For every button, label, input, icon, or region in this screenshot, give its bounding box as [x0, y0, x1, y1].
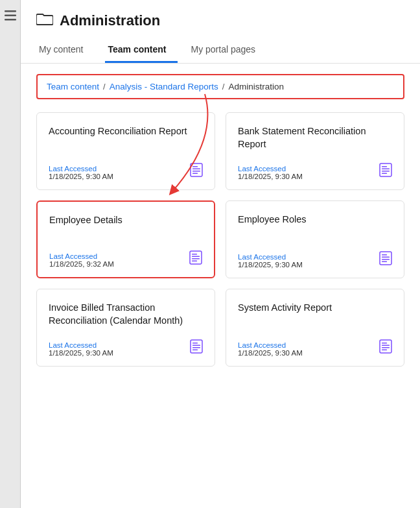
svg-rect-6 [192, 171, 200, 172]
svg-rect-21 [382, 259, 390, 260]
svg-rect-22 [382, 261, 387, 263]
report-icon [190, 163, 203, 180]
svg-rect-11 [382, 171, 390, 172]
last-accessed-label: Last Accessed [238, 165, 303, 173]
card-employee-roles[interactable]: Employee Roles Last Accessed 1/18/2025, … [226, 200, 404, 278]
svg-rect-9 [382, 166, 387, 167]
report-icon [379, 339, 392, 357]
svg-rect-15 [192, 256, 200, 258]
tab-team-content[interactable]: Team content [105, 39, 178, 63]
card-invoice-billed[interactable]: Invoice Billed Transaction Reconciliatio… [36, 289, 215, 367]
breadcrumb-team-content[interactable]: Team content [47, 82, 99, 91]
tabs: My content Team content My portal pages [36, 39, 404, 63]
last-accessed-date: 1/18/2025, 9:30 AM [49, 173, 113, 180]
report-icon [189, 250, 202, 268]
report-icon [379, 251, 392, 269]
card-last-accessed: Last Accessed 1/18/2025, 9:30 AM [49, 165, 113, 180]
card-title: Accounting Reconciliation Report [49, 125, 203, 154]
card-system-activity[interactable]: System Activity Report Last Accessed 1/1… [226, 289, 404, 367]
svg-rect-10 [382, 169, 390, 170]
breadcrumb-sep-2: / [222, 82, 225, 91]
svg-rect-18 [380, 252, 391, 265]
svg-rect-8 [380, 163, 391, 176]
last-accessed-label: Last Accessed [238, 253, 303, 261]
svg-rect-28 [380, 340, 391, 353]
last-accessed-label: Last Accessed [49, 341, 113, 349]
svg-rect-16 [192, 258, 200, 260]
card-title: Invoice Billed Transaction Reconciliatio… [49, 301, 203, 330]
svg-rect-2 [5, 19, 16, 21]
last-accessed-date: 1/18/2025, 9:30 AM [238, 349, 303, 357]
content-area: Team content / Analysis - Standard Repor… [21, 64, 420, 508]
svg-rect-20 [382, 257, 390, 258]
cards-grid: Accounting Reconciliation Report Last Ac… [36, 112, 404, 367]
main-content: Administration My content Team content M… [21, 0, 420, 508]
svg-rect-3 [191, 163, 202, 176]
svg-rect-5 [192, 169, 200, 170]
card-footer: Last Accessed 1/18/2025, 9:30 AM [238, 251, 392, 269]
last-accessed-label: Last Accessed [49, 165, 113, 173]
card-last-accessed: Last Accessed 1/18/2025, 9:30 AM [49, 341, 113, 357]
breadcrumb-administration: Administration [228, 82, 284, 91]
card-last-accessed: Last Accessed 1/18/2025, 9:30 AM [238, 253, 303, 269]
svg-rect-19 [382, 254, 387, 256]
card-footer: Last Accessed 1/18/2025, 9:30 AM [238, 163, 392, 180]
card-last-accessed: Last Accessed 1/18/2025, 9:30 AM [238, 165, 303, 180]
card-last-accessed: Last Accessed 1/18/2025, 9:32 AM [49, 252, 114, 268]
card-accounting-reconciliation[interactable]: Accounting Reconciliation Report Last Ac… [36, 112, 215, 190]
svg-rect-24 [192, 343, 198, 344]
svg-rect-0 [5, 10, 16, 12]
card-title: System Activity Report [238, 301, 392, 330]
header: Administration My content Team content M… [21, 0, 420, 64]
last-accessed-date: 1/18/2025, 9:32 AM [49, 260, 114, 268]
card-last-accessed: Last Accessed 1/18/2025, 9:30 AM [238, 341, 303, 357]
svg-rect-32 [382, 350, 387, 351]
card-title: Employee Roles [238, 213, 392, 242]
card-footer: Last Accessed 1/18/2025, 9:30 AM [238, 339, 392, 357]
breadcrumb-analysis-reports[interactable]: Analysis - Standard Reports [110, 82, 218, 91]
svg-rect-23 [191, 340, 202, 353]
card-employee-details[interactable]: Employee Details Last Accessed 1/18/2025… [36, 200, 215, 278]
svg-rect-26 [192, 347, 200, 348]
page-title-row: Administration [36, 12, 404, 30]
report-icon [190, 339, 203, 357]
svg-rect-7 [192, 173, 198, 175]
last-accessed-date: 1/18/2025, 9:30 AM [238, 173, 303, 180]
card-bank-statement[interactable]: Bank Statement Reconciliation Report Las… [226, 112, 404, 190]
last-accessed-label: Last Accessed [49, 252, 114, 260]
breadcrumb-sep-1: / [103, 82, 106, 91]
svg-rect-31 [382, 347, 390, 348]
tab-my-portal-pages[interactable]: My portal pages [188, 39, 267, 63]
svg-rect-29 [382, 343, 387, 344]
svg-rect-4 [192, 166, 198, 167]
card-footer: Last Accessed 1/18/2025, 9:30 AM [49, 163, 203, 180]
folder-icon [36, 12, 53, 30]
page-title: Administration [60, 12, 160, 29]
svg-rect-30 [382, 345, 390, 346]
svg-rect-27 [192, 350, 198, 351]
card-footer: Last Accessed 1/18/2025, 9:30 AM [49, 339, 203, 357]
card-footer: Last Accessed 1/18/2025, 9:32 AM [49, 250, 202, 268]
last-accessed-date: 1/18/2025, 9:30 AM [238, 261, 303, 269]
card-title: Employee Details [49, 213, 202, 241]
svg-rect-12 [382, 173, 387, 175]
svg-rect-13 [190, 251, 202, 264]
sidebar-menu-icon[interactable] [5, 10, 16, 22]
svg-rect-14 [192, 254, 197, 255]
svg-rect-17 [192, 261, 197, 262]
last-accessed-date: 1/18/2025, 9:30 AM [49, 349, 113, 357]
last-accessed-label: Last Accessed [238, 341, 303, 349]
svg-rect-1 [5, 15, 16, 17]
svg-rect-25 [192, 345, 200, 346]
tab-my-content[interactable]: My content [36, 39, 95, 63]
sidebar [0, 0, 21, 508]
breadcrumb: Team content / Analysis - Standard Repor… [36, 74, 404, 99]
report-icon [379, 163, 392, 180]
card-title: Bank Statement Reconciliation Report [238, 125, 392, 154]
